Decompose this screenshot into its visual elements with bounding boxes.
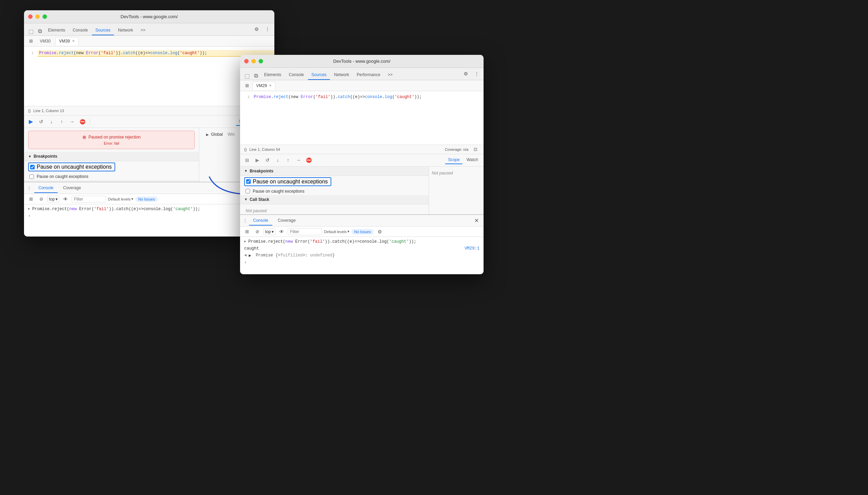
console-left-tabs: ⋮ Console Coverage [243, 216, 300, 226]
default-levels-1[interactable]: Default levels ▾ [108, 197, 133, 201]
file-tab-vm39[interactable]: VM39 ✕ [55, 37, 78, 45]
top-selector-2[interactable]: top ▾ [263, 228, 275, 235]
checkbox-uncaught-label-1: Pause on uncaught exceptions [37, 164, 112, 170]
pause-subtitle-1: Error: fail [104, 141, 119, 145]
tab-console-2[interactable]: Console [285, 70, 307, 80]
devtools-tabs-2: ⬚ ⧉ Elements Console Sources Network Per… [240, 68, 484, 80]
inspect-icon-1[interactable]: ⬚ [27, 27, 35, 35]
console-menu-icon-2[interactable]: ⋮ [243, 218, 248, 224]
left-debug-2: ▼ Breakpoints Pause on uncaught exceptio… [240, 167, 429, 215]
scope-tab-watch-2[interactable]: Watch [464, 156, 481, 164]
step-into-icon-1[interactable]: ↓ [47, 118, 56, 126]
console-tab-console-1[interactable]: Console [34, 183, 58, 193]
console-settings-icon-2[interactable]: ⚙ [376, 228, 384, 236]
file-tab-vm30[interactable]: VM30 [36, 37, 54, 45]
call-stack-header-2[interactable]: ▼ Call Stack [240, 195, 429, 204]
file-tab-vm29[interactable]: VM29 ✕ [252, 82, 275, 90]
more-icon-1[interactable]: ⋮ [263, 25, 272, 33]
tab-console-1[interactable]: Console [69, 26, 91, 35]
uncaught-exceptions-container-1: Pause on uncaught exceptions [28, 162, 115, 171]
tab-network-1[interactable]: Network [115, 26, 136, 35]
close-tab-vm29[interactable]: ✕ [269, 84, 272, 87]
close-console-2[interactable]: ✕ [472, 217, 481, 225]
clear-console-icon-1[interactable]: ⊘ [37, 195, 45, 203]
global-arrow-1: ▶ [206, 133, 209, 136]
maximize-button-2[interactable] [259, 59, 263, 63]
format-btn-2[interactable]: ⊡ [471, 145, 479, 154]
eye-icon-1[interactable]: 👁 [61, 195, 70, 203]
close-button-2[interactable] [244, 59, 249, 63]
console-tab-coverage-1[interactable]: Coverage [59, 183, 85, 193]
vm29-link[interactable]: VM29:1 [465, 246, 479, 251]
tab-elements-1[interactable]: Elements [45, 26, 69, 35]
checkbox-uncaught-2[interactable] [246, 179, 251, 184]
device-icon-2[interactable]: ⧉ [252, 72, 260, 80]
console-toolbar-1: ⊞ ⊘ top ▾ 👁 Default levels ▾ No Issues [24, 194, 274, 204]
filter-input-2[interactable] [288, 228, 322, 235]
step-icon-1[interactable]: → [68, 118, 76, 126]
close-button-1[interactable] [28, 14, 33, 19]
clear-console-icon-2[interactable]: ⊘ [253, 228, 261, 236]
tab-performance-2[interactable]: Performance [353, 70, 384, 80]
inspect-icon-2[interactable]: ⬚ [243, 72, 251, 80]
step-icon-2[interactable]: → [294, 156, 302, 164]
step-out-icon-1[interactable]: ↑ [58, 118, 66, 126]
top-selector-1[interactable]: top ▾ [47, 196, 59, 203]
step-out-icon-2[interactable]: ↑ [284, 156, 292, 164]
tab-more-1[interactable]: >> [137, 26, 149, 35]
play-icon-2[interactable]: ▶ [253, 156, 261, 164]
device-icon-1[interactable]: ⧉ [36, 27, 44, 35]
kw-error-2: Error [301, 95, 313, 99]
filter-input-1[interactable] [72, 196, 106, 203]
breakpoints-header-1[interactable]: ▼ Breakpoints [24, 152, 199, 161]
checkbox-uncaught-1[interactable] [30, 165, 35, 169]
scope-right-2: Not paused [429, 167, 484, 215]
sidebar-toggle-console-2[interactable]: ⊞ [243, 228, 251, 236]
eye-icon-2[interactable]: 👁 [277, 228, 286, 236]
console-tab-console-2[interactable]: Console [249, 216, 272, 226]
chevron-down-icon-2: ▾ [272, 229, 274, 234]
deactivate-icon-2[interactable]: ⛔ [305, 156, 313, 164]
settings-icon-1[interactable]: ⚙ [252, 25, 261, 33]
step-over-icon-1[interactable]: ↺ [37, 118, 45, 126]
error-icon-1: ⊗ [82, 134, 86, 140]
minimize-button-1[interactable] [35, 14, 40, 19]
toolbar-2: ⊟ ▶ ↺ ↓ ↑ → ⛔ Scope Watch [240, 154, 484, 167]
breakpoints-header-2[interactable]: ▼ Breakpoints [240, 167, 429, 176]
console-menu-icon-1[interactable]: ⋮ [27, 185, 32, 191]
close-tab-vm39[interactable]: ✕ [72, 39, 75, 43]
settings-icon-2[interactable]: ⚙ [462, 70, 470, 78]
play-icon-1[interactable]: ▶ [27, 118, 35, 126]
step-over-icon-2[interactable]: ↺ [263, 156, 272, 164]
step-into-icon-2[interactable]: ↓ [274, 156, 282, 164]
scope-tabs-2: Scope Watch [445, 156, 481, 164]
checkbox-caught-1[interactable] [29, 174, 34, 179]
tab-network-2[interactable]: Network [331, 70, 353, 80]
console-tab-coverage-2[interactable]: Coverage [274, 216, 300, 226]
maximize-button-1[interactable] [43, 14, 47, 19]
tab-sources-2[interactable]: Sources [308, 70, 330, 80]
fn-reject-2: reject [274, 95, 288, 99]
deactivate-icon-1[interactable]: ⛔ [78, 118, 86, 126]
console-promise-text: Promise {<fulfilled>: undefined} [253, 253, 335, 258]
line-num-2: 1 [240, 95, 254, 99]
code-content-2: Promise.reject(new Error('fail')).catch(… [254, 95, 484, 99]
sidebar-toggle-console-1[interactable]: ⊞ [27, 195, 35, 203]
kw-error: Error [86, 51, 98, 56]
sidebar-toggle-2[interactable]: ⊞ [243, 82, 251, 90]
default-levels-2[interactable]: Default levels ▾ [324, 229, 349, 234]
minimize-button-2[interactable] [251, 59, 256, 63]
scope-tab-scope-2[interactable]: Scope [445, 156, 462, 164]
sidebar-toggle-1[interactable]: ⊞ [27, 37, 35, 45]
prompt-icon-1: › [28, 214, 31, 218]
levels-chevron-2: ▾ [347, 229, 349, 234]
checkbox-caught-2[interactable] [246, 189, 250, 193]
columns-icon-2[interactable]: ⊟ [243, 156, 251, 164]
left-arrow-icon: ◄ [244, 253, 247, 258]
checkbox-uncaught-label-2: Pause on uncaught exceptions [253, 179, 328, 185]
cs-arrow-2: ▼ [244, 197, 248, 201]
more-icon-2[interactable]: ⋮ [473, 70, 481, 78]
tab-elements-2[interactable]: Elements [261, 70, 285, 80]
tab-sources-1[interactable]: Sources [92, 26, 114, 35]
tab-more-2[interactable]: >> [384, 70, 396, 80]
